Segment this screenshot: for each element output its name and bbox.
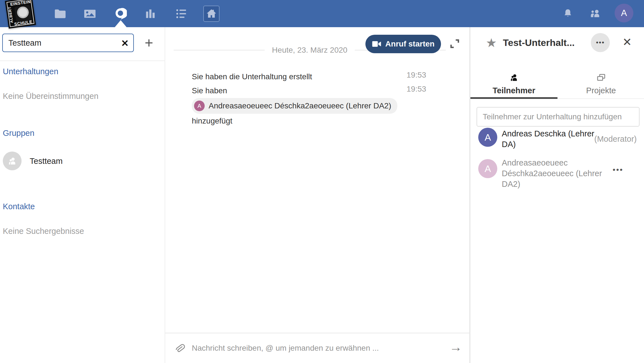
folder-icon bbox=[54, 7, 67, 20]
add-participant-input[interactable] bbox=[477, 107, 640, 127]
message-time: 19:53 bbox=[407, 71, 426, 80]
expand-icon bbox=[449, 38, 460, 49]
activity-icon bbox=[144, 7, 157, 20]
groups-heading: Gruppen bbox=[3, 129, 34, 138]
active-tab-underline bbox=[470, 97, 557, 99]
nav-photos[interactable] bbox=[81, 0, 99, 27]
chat-area: Heute, 23. März 2020 Anruf starten Sie h… bbox=[165, 27, 470, 363]
message-prefix: Sie haben bbox=[192, 86, 227, 95]
group-name: Testteam bbox=[30, 157, 63, 166]
nav-files[interactable] bbox=[51, 0, 69, 27]
date-separator-label: Heute, 23. März 2020 bbox=[265, 46, 354, 54]
send-message-button[interactable]: → bbox=[447, 339, 464, 355]
home-icon-box bbox=[203, 6, 220, 22]
contacts-heading: Kontakte bbox=[3, 202, 35, 211]
attach-file-button[interactable] bbox=[173, 342, 186, 355]
user-avatar[interactable]: A bbox=[615, 4, 633, 22]
tab-projekte[interactable]: Projekte bbox=[557, 66, 644, 98]
start-call-label: Anruf starten bbox=[385, 39, 435, 48]
participant-avatar: A bbox=[478, 128, 497, 147]
fullscreen-toggle-button[interactable] bbox=[449, 38, 461, 50]
active-app-pointer bbox=[115, 20, 127, 27]
contacts-icon bbox=[589, 8, 601, 20]
paperclip-icon bbox=[174, 343, 185, 354]
nav-activity[interactable] bbox=[141, 0, 159, 27]
bell-icon bbox=[562, 8, 574, 20]
tab-projekte-label: Projekte bbox=[557, 86, 644, 95]
conversation-settings-panel: ★ Test-Unterhalt... ••• ✕ Teilnehmer Pro… bbox=[470, 27, 644, 363]
notifications-button[interactable] bbox=[559, 0, 576, 27]
conversation-menu-button[interactable]: ••• bbox=[591, 33, 610, 52]
top-bar: EINSTEIN ALBERT SCHULE A bbox=[0, 0, 644, 27]
tab-teilnehmer-label: Teilnehmer bbox=[470, 86, 557, 95]
nav-tasks[interactable] bbox=[172, 0, 190, 27]
nav-home[interactable] bbox=[202, 0, 220, 27]
participant-name: Andreasaeoeueec Déschka2aeoeueec (Lehrer… bbox=[502, 157, 609, 189]
conversations-empty-text: Keine Übereinstimmungen bbox=[3, 92, 99, 101]
favorite-star-icon[interactable]: ★ bbox=[486, 36, 497, 50]
participants-icon bbox=[470, 71, 557, 84]
sidebar-divider bbox=[0, 61, 165, 61]
system-message: Sie haben A Andreasaeoeueec Déschka2aeoe… bbox=[192, 85, 407, 127]
new-conversation-button[interactable]: + bbox=[141, 34, 157, 52]
tab-baseline bbox=[557, 98, 644, 99]
message-suffix: hinzugefügt bbox=[192, 117, 232, 125]
message-input[interactable] bbox=[192, 340, 421, 356]
mention-avatar: A bbox=[194, 101, 205, 111]
mention-label: Andreasaeoeueec Déschka2aeoeueec (Lehrer… bbox=[209, 100, 391, 112]
participant-row[interactable]: A Andreas Deschka (Lehrer DA) (Moderator… bbox=[470, 127, 644, 157]
participant-role-badge: (Moderator) bbox=[594, 134, 637, 144]
mention-chip[interactable]: A Andreasaeoeueec Déschka2aeoeueec (Lehr… bbox=[192, 98, 397, 114]
search-input[interactable] bbox=[2, 34, 134, 52]
participant-menu-button[interactable]: ••• bbox=[613, 165, 623, 174]
tab-teilnehmer[interactable]: Teilnehmer bbox=[470, 66, 557, 98]
participant-name: Andreas Deschka (Lehrer DA) bbox=[502, 128, 609, 150]
projects-icon bbox=[557, 71, 644, 84]
contacts-menu-button[interactable] bbox=[587, 0, 604, 27]
photos-icon bbox=[83, 7, 96, 20]
home-icon bbox=[206, 8, 217, 20]
start-call-button[interactable]: Anruf starten bbox=[365, 35, 441, 53]
group-list-item[interactable]: Testteam bbox=[0, 150, 165, 174]
video-camera-icon bbox=[372, 41, 381, 47]
conversation-title: Test-Unterhalt... bbox=[503, 37, 575, 48]
conversations-heading: Unterhaltungen bbox=[3, 67, 58, 76]
close-panel-button[interactable]: ✕ bbox=[622, 36, 632, 48]
composer-divider bbox=[165, 333, 469, 333]
conversation-sidebar: ✕ + Unterhaltungen Keine Übereinstimmung… bbox=[0, 27, 165, 363]
group-person-icon bbox=[7, 155, 18, 167]
clear-search-button[interactable]: ✕ bbox=[119, 37, 131, 49]
talk-icon bbox=[114, 7, 127, 20]
contacts-empty-text: Keine Suchergebnisse bbox=[3, 227, 84, 236]
message-time: 19:53 bbox=[407, 85, 426, 94]
group-avatar bbox=[3, 152, 22, 170]
school-logo[interactable]: EINSTEIN ALBERT SCHULE bbox=[5, 0, 36, 29]
participant-row[interactable]: A Andreasaeoeueec Déschka2aeoeueec (Lehr… bbox=[470, 157, 644, 194]
participant-avatar: A bbox=[478, 159, 497, 178]
system-message: Sie haben die Unterhaltung erstellt bbox=[192, 71, 407, 83]
list-icon bbox=[175, 7, 188, 20]
